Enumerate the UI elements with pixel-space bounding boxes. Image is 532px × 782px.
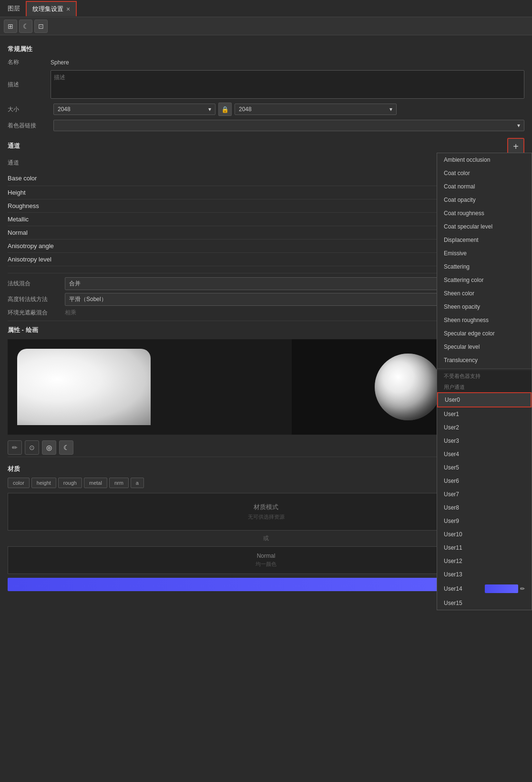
dropdown-item-specular-level[interactable]: Specular level: [437, 340, 532, 354]
tab-color[interactable]: color: [8, 478, 30, 488]
dropdown-item-coat-normal[interactable]: Coat normal: [437, 180, 532, 193]
dropdown-user-section-label: 用户通道: [437, 381, 532, 392]
blend-label: 法线混合: [8, 280, 65, 288]
desc-row: 描述: [8, 70, 524, 99]
dropdown-item-coat-specular-level[interactable]: Coat specular level: [437, 220, 532, 233]
channel-name-base-color: Base color: [8, 175, 37, 182]
moon-icon: ☾: [23, 22, 29, 30]
tab-metal[interactable]: metal: [84, 478, 107, 488]
name-row: 名称 Sphere: [8, 58, 524, 66]
size-value-2: 2048: [239, 106, 252, 113]
tab-a[interactable]: a: [131, 478, 144, 488]
channel-name-anisotropy-level: Anisotropy level: [8, 256, 51, 263]
moon-paint-icon: ☾: [63, 444, 70, 451]
dropdown-item-displacement[interactable]: Displacement: [437, 233, 532, 247]
lock-icon: 🔒: [221, 106, 229, 113]
name-value: Sphere: [51, 59, 524, 66]
tab-layers[interactable]: 图层: [2, 1, 26, 16]
chevron-down-icon-2: ▾: [389, 106, 392, 113]
user14-edit-icon[interactable]: ✏: [520, 585, 525, 592]
dropdown-item-user4[interactable]: User4: [437, 448, 532, 461]
env-blend-value: 相乘: [65, 309, 76, 317]
channel-name-anisotropy-angle: Anisotropy angle: [8, 242, 54, 250]
tab-height[interactable]: height: [31, 478, 56, 488]
dropdown-item-emissive[interactable]: Emissive: [437, 247, 532, 260]
dropdown-item-coat-opacity[interactable]: Coat opacity: [437, 193, 532, 207]
dropdown-item-sheen-color[interactable]: Sheen color: [437, 287, 532, 300]
dropdown-item-scattering[interactable]: Scattering: [437, 260, 532, 273]
channel-name-height: Height: [8, 189, 26, 196]
tab-bar: 图层 纹理集设置 ×: [0, 0, 532, 17]
channel-label: 通道: [8, 159, 51, 167]
shader-label: 着色器链接: [8, 122, 51, 130]
dropdown-item-user7[interactable]: User7: [437, 488, 532, 501]
channel-name-metallic: Metallic: [8, 216, 29, 223]
ring-icon: ◎: [46, 444, 52, 451]
lock-button[interactable]: 🔒: [218, 103, 232, 116]
channel-name-roughness: Roughness: [8, 202, 39, 209]
dropdown-item-user5[interactable]: User5: [437, 461, 532, 474]
dropdown-item-user11[interactable]: User11: [437, 541, 532, 554]
dropdown-item-user14[interactable]: User14 ✏: [437, 581, 532, 596]
toolbar-btn-moon[interactable]: ☾: [19, 20, 32, 33]
size-value-1: 2048: [58, 106, 71, 113]
size-label: 大小: [8, 105, 51, 114]
tab-texture-settings[interactable]: 纹理集设置 ×: [26, 1, 77, 16]
toolbar-btn-square[interactable]: ⊡: [34, 20, 48, 33]
grid-icon: ⊞: [8, 22, 13, 30]
dropdown-item-user6[interactable]: User6: [437, 474, 532, 488]
size-row: 大小 2048 ▾ 🔒 2048 ▾: [8, 103, 524, 116]
dropdown-item-user1[interactable]: User1: [437, 407, 532, 421]
dropdown-item-user9[interactable]: User9: [437, 514, 532, 528]
dropdown-item-specular-edge-color[interactable]: Specular edge color: [437, 327, 532, 340]
preview-left: [8, 339, 292, 435]
dropdown-item-user2[interactable]: User2: [437, 421, 532, 434]
size-select-2[interactable]: 2048 ▾: [235, 104, 397, 115]
tab-rough[interactable]: rough: [58, 478, 82, 488]
channel-tabs: color height rough metal nrm a: [8, 478, 504, 490]
dropdown-item-user13[interactable]: User13: [437, 568, 532, 581]
dropdown-item-user8[interactable]: User8: [437, 501, 532, 514]
dropdown-no-support-label: 不受着色器支持: [437, 370, 532, 381]
env-blend-label: 环境光遮蔽混合: [8, 309, 65, 317]
close-icon[interactable]: ×: [66, 5, 70, 13]
chevron-down-icon-3: ▾: [517, 122, 520, 129]
dropdown-menu[interactable]: Ambient occlusion Coat color Coat normal…: [437, 153, 532, 610]
dropdown-item-user10[interactable]: User10: [437, 528, 532, 541]
material-title-label: 材质: [8, 465, 20, 473]
dropdown-item-coat-roughness[interactable]: Coat roughness: [437, 207, 532, 220]
dropdown-item-scattering-color[interactable]: Scattering color: [437, 273, 532, 287]
tab-nrm[interactable]: nrm: [109, 478, 129, 488]
dropdown-item-translucency[interactable]: Translucency: [437, 354, 532, 367]
toolbar: ⊞ ☾ ⊡: [0, 17, 532, 35]
name-label: 名称: [8, 58, 51, 66]
dropdown-item-user15[interactable]: User15: [437, 596, 532, 610]
paint-btn-moon[interactable]: ☾: [59, 440, 73, 455]
dropdown-item-ambient-occlusion[interactable]: Ambient occlusion: [437, 153, 532, 167]
size-select-1[interactable]: 2048 ▾: [53, 104, 215, 115]
preview-blob: [17, 349, 151, 425]
general-props-title: 常规属性: [8, 45, 524, 53]
user14-color-swatch: [485, 584, 518, 593]
brush-icon: ✏: [12, 444, 18, 451]
channel-section-title: 通道: [8, 142, 20, 150]
dropdown-item-sheen-opacity[interactable]: Sheen opacity: [437, 300, 532, 313]
dropdown-item-user0[interactable]: User0: [437, 392, 532, 407]
desc-label: 描述: [8, 81, 51, 89]
dropdown-item-sheen-roughness[interactable]: Sheen roughness: [437, 313, 532, 327]
chevron-down-icon-1: ▾: [208, 106, 211, 113]
dropdown-item-user12[interactable]: User12: [437, 554, 532, 568]
dropdown-item-user3[interactable]: User3: [437, 434, 532, 448]
preview-sphere: [375, 354, 441, 420]
paint-btn-brush[interactable]: ✏: [8, 440, 22, 455]
desc-textarea[interactable]: [51, 70, 524, 99]
shader-select[interactable]: ▾: [53, 120, 524, 131]
toolbar-btn-grid[interactable]: ⊞: [4, 20, 17, 33]
circle-icon: ⊙: [29, 444, 35, 451]
square-icon: ⊡: [38, 22, 44, 30]
dropdown-item-coat-color[interactable]: Coat color: [437, 167, 532, 180]
channel-name-normal: Normal: [8, 229, 28, 236]
paint-btn-circle[interactable]: ⊙: [25, 440, 39, 455]
paint-btn-ring[interactable]: ◎: [42, 440, 56, 455]
shader-row: 着色器链接 ▾: [8, 120, 524, 131]
